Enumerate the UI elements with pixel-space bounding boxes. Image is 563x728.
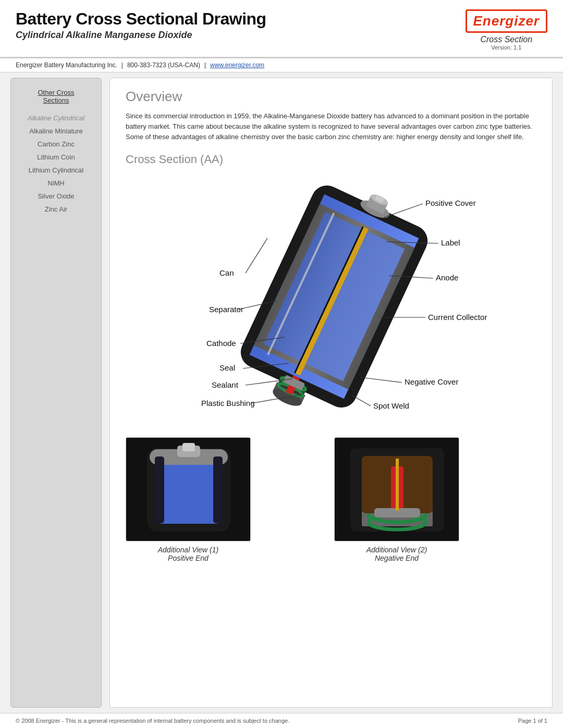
view-box-1: Additional View (1) Positive End	[126, 437, 251, 562]
svg-rect-46	[155, 456, 223, 524]
svg-text:Separator: Separator	[209, 305, 243, 314]
sidebar-item-carbon-zinc[interactable]: Carbon Zinc	[16, 138, 96, 151]
view1-svg	[126, 438, 251, 541]
battery-svg: Positive Cover Label Can Anode Separator	[126, 171, 532, 422]
svg-line-38	[360, 377, 402, 382]
svg-text:Can: Can	[219, 268, 234, 277]
overview-text: Since its commercial introduction in 195…	[126, 111, 536, 142]
battery-diagram: Positive Cover Label Can Anode Separator	[126, 171, 536, 422]
separator-pipe2: |	[204, 61, 206, 69]
header: Battery Cross Sectional Drawing Cylindri…	[0, 0, 563, 58]
phone-number: 800-383-7323 (USA-CAN)	[127, 61, 200, 69]
sidebar-item-nimh[interactable]: NiMH	[16, 177, 96, 190]
svg-rect-62	[433, 448, 444, 532]
svg-text:Anode: Anode	[436, 273, 458, 282]
svg-text:Spot Weld: Spot Weld	[373, 401, 409, 410]
additional-views: Additional View (1) Positive End	[126, 437, 536, 562]
sidebar-item-lithium-cylindrical[interactable]: Lithium Cylindrical	[16, 164, 96, 177]
footer: © 2008 Energizer - This is a general rep…	[0, 713, 563, 728]
main-title: Battery Cross Sectional Drawing	[16, 9, 266, 29]
view-image-1	[126, 437, 251, 541]
website-link[interactable]: www.energizer.com	[210, 61, 264, 69]
svg-text:Label: Label	[441, 238, 460, 247]
sidebar-item-alkaline-cylindrical[interactable]: Alkaline Cylindrical	[16, 112, 96, 125]
svg-rect-50	[155, 456, 164, 523]
sidebar-item-alkaline-miniature[interactable]: Alkaline Miniature	[16, 125, 96, 138]
svg-rect-51	[213, 456, 223, 523]
company-name: Energizer Battery Manufacturing Inc.	[16, 61, 117, 69]
header-left: Battery Cross Sectional Drawing Cylindri…	[16, 9, 266, 41]
sub-title: Cylindrical Alkaline Manganese Dioxide	[16, 30, 266, 41]
svg-line-20	[384, 204, 423, 217]
view2-caption: Additional View (2) Negative End	[366, 546, 427, 562]
sidebar: Other CrossSections Alkaline Cylindrical…	[10, 78, 102, 708]
svg-text:Sealant: Sealant	[212, 380, 239, 389]
version-label: Version: 1.1	[491, 44, 521, 51]
svg-line-24	[246, 238, 267, 273]
footer-page: Page 1 of 1	[518, 718, 547, 724]
svg-rect-49	[182, 443, 195, 451]
content-area: Overview Since its commercial introducti…	[109, 78, 553, 708]
svg-text:Plastic Bushing: Plastic Bushing	[201, 399, 255, 408]
view-image-2	[334, 437, 459, 541]
info-bar: Energizer Battery Manufacturing Inc. | 8…	[0, 58, 563, 72]
main-content: Other CrossSections Alkaline Cylindrical…	[0, 72, 563, 713]
sidebar-item-lithium-coin[interactable]: Lithium Coin	[16, 151, 96, 164]
svg-text:Positive Cover: Positive Cover	[425, 199, 476, 207]
svg-line-42	[352, 396, 371, 406]
separator-pipe: |	[121, 61, 123, 69]
cross-section-label: Cross Section	[480, 35, 532, 44]
sidebar-item-zinc-air[interactable]: Zinc Air	[16, 203, 96, 216]
view-box-2: Additional View (2) Negative End	[334, 437, 459, 562]
footer-copyright: © 2008 Energizer - This is a general rep…	[16, 718, 289, 724]
sidebar-heading[interactable]: Other CrossSections	[38, 89, 74, 104]
svg-text:Negative Cover: Negative Cover	[405, 377, 458, 386]
view2-svg	[335, 438, 459, 541]
sidebar-item-silver-oxide[interactable]: Silver Oxide	[16, 190, 96, 203]
page: Battery Cross Sectional Drawing Cylindri…	[0, 0, 563, 728]
svg-text:Seal: Seal	[219, 363, 235, 372]
svg-rect-60	[396, 459, 399, 511]
view1-caption: Additional View (1) Positive End	[158, 546, 218, 562]
energizer-logo: Energizer	[466, 9, 548, 33]
svg-text:Cathode: Cathode	[206, 339, 236, 348]
svg-text:Current Collector: Current Collector	[428, 313, 487, 322]
header-right: Energizer Cross Section Version: 1.1	[466, 9, 548, 51]
overview-title: Overview	[126, 89, 536, 105]
svg-rect-61	[350, 448, 362, 532]
cross-section-title: Cross Section (AA)	[126, 153, 536, 166]
